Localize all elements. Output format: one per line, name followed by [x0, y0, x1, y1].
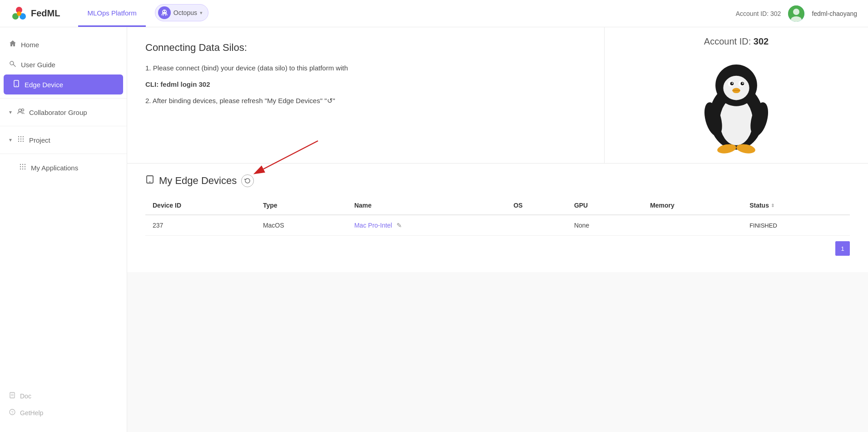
header-right: Account ID: 302 fedml-chaoyang: [736, 5, 857, 22]
table-row: 237 MacOS Mac Pro-Intel ✎ None FINISHED: [145, 215, 850, 236]
svg-point-23: [23, 141, 24, 142]
layout: Home User Guide Edge Device ▾ Collaborat…: [0, 27, 868, 432]
device-icon: [13, 80, 20, 89]
col-status: Status ⇕: [742, 196, 850, 215]
avatar: [788, 5, 804, 22]
svg-point-17: [23, 136, 24, 137]
chevron-icon: ▾: [9, 109, 12, 115]
svg-point-20: [23, 139, 24, 139]
svg-point-32: [25, 169, 25, 169]
help-icon: ?: [9, 409, 15, 417]
main-content: Connecting Data Silos: 1. Please connect…: [127, 27, 868, 432]
svg-rect-33: [10, 392, 15, 398]
connect-step-1: 1. Please connect (bind) your device (da…: [145, 63, 586, 74]
svg-point-31: [22, 169, 23, 169]
connect-step-2: 2. After binding devices, please refresh…: [145, 95, 586, 106]
svg-point-30: [20, 169, 21, 169]
sidebar-divider-3: [0, 154, 127, 154]
tab-octopus[interactable]: Octopus ▾: [146, 0, 218, 27]
octopus-avatar-icon: [158, 6, 171, 19]
pagination: 1: [145, 236, 850, 261]
sidebar: Home User Guide Edge Device ▾ Collaborat…: [0, 27, 127, 432]
col-gpu: GPU: [567, 196, 643, 215]
doc-icon: [9, 392, 15, 400]
account-id-panel: Account ID: 302: [704, 36, 769, 47]
sidebar-item-user-guide[interactable]: User Guide: [0, 55, 127, 74]
col-memory: Memory: [643, 196, 742, 215]
group-icon: [17, 108, 25, 117]
svg-point-5: [163, 11, 164, 12]
svg-point-28: [22, 166, 23, 167]
sidebar-divider-2: [0, 126, 127, 126]
col-name: Name: [347, 196, 506, 215]
svg-point-13: [19, 109, 21, 112]
svg-point-46: [732, 83, 733, 84]
key-icon: [9, 60, 16, 69]
svg-point-16: [20, 136, 21, 137]
account-id-display: Account ID: 302: [736, 10, 781, 17]
header: FedML MLOps Platform Octopus ▾ Accou: [0, 0, 868, 27]
connect-cli: CLI: fedml login 302: [145, 79, 586, 90]
chevron-down-icon: ▾: [200, 10, 203, 16]
svg-point-29: [25, 166, 25, 167]
svg-point-19: [20, 139, 21, 139]
connect-title: Connecting Data Silos:: [145, 42, 586, 54]
cell-memory: [643, 215, 742, 236]
device-table: Device ID Type Name OS GPU Memory Status…: [145, 196, 850, 236]
octopus-icon: [160, 8, 169, 17]
edge-devices-section: My Edge Devices Device ID Type Name OS G…: [127, 164, 868, 272]
svg-point-18: [18, 139, 19, 139]
svg-point-15: [18, 136, 19, 137]
svg-point-25: [22, 164, 23, 165]
svg-point-3: [17, 11, 21, 16]
cell-device-id: 237: [145, 215, 256, 236]
svg-point-26: [25, 164, 25, 165]
tab-mlops-platform[interactable]: MLOps Platform: [78, 0, 145, 27]
connect-panel: Connecting Data Silos: 1. Please connect…: [127, 27, 868, 164]
cell-gpu: None: [567, 215, 643, 236]
svg-point-6: [165, 11, 166, 12]
refresh-button[interactable]: [241, 174, 254, 187]
svg-point-24: [20, 164, 21, 165]
edit-icon[interactable]: ✎: [397, 222, 402, 229]
apps-icon: [19, 163, 26, 172]
svg-point-8: [793, 9, 799, 15]
penguin-section: Account ID: 302: [605, 27, 868, 163]
cell-os: [506, 215, 566, 236]
svg-point-14: [22, 109, 24, 111]
sidebar-item-edge-device[interactable]: Edge Device: [4, 74, 123, 94]
nav-tabs: MLOps Platform Octopus ▾: [78, 0, 218, 27]
sidebar-item-gethelp[interactable]: ? GetHelp: [0, 404, 127, 421]
edge-device-icon: [145, 175, 154, 187]
col-device-id: Device ID: [145, 196, 256, 215]
page-1-button[interactable]: 1: [835, 241, 850, 256]
svg-point-47: [742, 83, 744, 84]
logo-text: FedML: [31, 8, 60, 19]
connect-section: Connecting Data Silos: 1. Please connect…: [127, 27, 605, 163]
sidebar-bottom: Doc ? GetHelp: [0, 384, 127, 425]
sidebar-item-my-applications[interactable]: My Applications: [0, 158, 127, 178]
username-label: fedml-chaoyang: [812, 10, 857, 17]
sidebar-item-collaborator-group[interactable]: ▾ Collaborator Group: [0, 102, 127, 122]
svg-point-41: [723, 76, 749, 100]
chevron-icon-2: ▾: [9, 137, 12, 143]
fedml-logo-icon: [11, 5, 27, 22]
sidebar-item-project[interactable]: ▾ Project: [0, 130, 127, 150]
home-icon: [9, 40, 16, 49]
edge-devices-header: My Edge Devices: [145, 164, 850, 196]
svg-point-22: [20, 141, 21, 142]
sidebar-divider-1: [0, 98, 127, 99]
octopus-button[interactable]: Octopus ▾: [155, 4, 208, 21]
edge-devices-title: My Edge Devices: [159, 175, 237, 187]
device-name-link[interactable]: Mac Pro-Intel: [354, 222, 392, 229]
logo-area: FedML: [11, 5, 60, 22]
cell-status: FINISHED: [742, 215, 850, 236]
sidebar-item-home[interactable]: Home: [0, 35, 127, 55]
cell-type: MacOS: [256, 215, 347, 236]
svg-point-27: [20, 166, 21, 167]
cell-name: Mac Pro-Intel ✎: [347, 215, 506, 236]
col-type: Type: [256, 196, 347, 215]
sidebar-item-doc[interactable]: Doc: [0, 387, 127, 404]
svg-point-21: [18, 141, 19, 142]
col-os: OS: [506, 196, 566, 215]
